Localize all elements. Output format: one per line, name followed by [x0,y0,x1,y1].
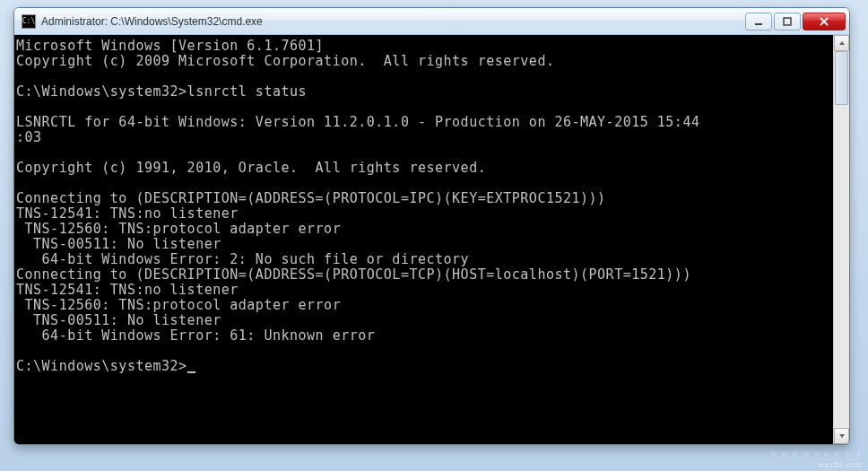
scroll-down-button[interactable] [834,428,849,444]
cmd-icon: C:\ [22,14,36,29]
terminal-output[interactable]: Microsoft Windows [Version 6.1.7601] Cop… [14,35,833,444]
minimize-button[interactable] [745,13,772,31]
scrollbar [833,35,849,444]
watermark-tagline: F R O M T H E E X [771,450,863,458]
terminal-line: Copyright (c) 1991, 2010, Oracle. All ri… [16,160,486,176]
terminal-line: TNS-12541: TNS:no listener [16,282,239,298]
terminal-line: TNS-00511: No listener [16,312,221,328]
terminal-line: Connecting to (DESCRIPTION=(ADDRESS=(PRO… [16,266,691,283]
terminal-line: 64-bit Windows Error: 2: No such file or… [16,251,469,267]
titlebar[interactable]: C:\ Administrator: C:\Windows\System32\c… [14,8,849,35]
close-button[interactable] [803,13,846,31]
scroll-up-button[interactable] [834,35,849,51]
window-title: Administrator: C:\Windows\System32\cmd.e… [41,15,745,28]
scroll-track[interactable] [834,51,849,428]
terminal-line: LSNRCTL for 64-bit Windows: Version 11.2… [16,114,699,130]
terminal-line: TNS-12560: TNS:protocol adapter error [16,297,341,313]
terminal-line: 64-bit Windows Error: 61: Unknown error [16,327,375,344]
cmd-window: C:\ Administrator: C:\Windows\System32\c… [13,7,850,445]
terminal-line: Microsoft Windows [Version 6.1.7601] [16,38,324,54]
terminal-line: C:\Windows\system32>lsnrctl status [16,83,307,100]
terminal-line: Copyright (c) 2009 Microsoft Corporation… [16,53,554,69]
terminal-line: :03 [16,129,42,145]
svg-rect-1 [784,18,791,25]
maximize-button[interactable] [774,13,801,31]
watermark-url: wsxdn.com [818,460,863,469]
content-area: Microsoft Windows [Version 6.1.7601] Cop… [14,35,849,444]
terminal-line: TNS-00511: No listener [16,236,221,252]
window-controls [745,13,846,31]
terminal-line: C:\Windows\system32> [16,358,187,374]
scroll-thumb[interactable] [835,51,848,105]
terminal-line: Connecting to (DESCRIPTION=(ADDRESS=(PRO… [16,190,606,206]
cursor [187,371,195,373]
terminal-line: TNS-12541: TNS:no listener [16,205,239,222]
svg-rect-0 [755,23,762,25]
terminal-line: TNS-12560: TNS:protocol adapter error [16,221,341,237]
